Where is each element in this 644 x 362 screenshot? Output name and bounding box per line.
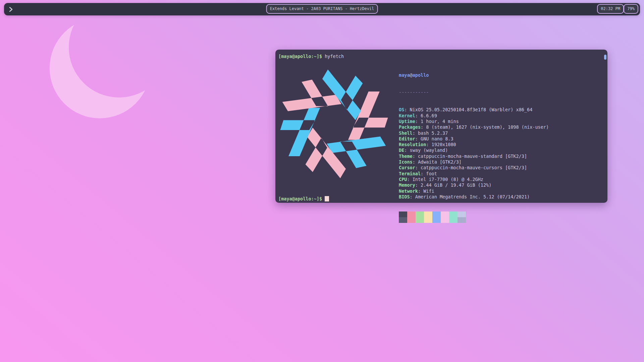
palette-swatch: [399, 212, 407, 217]
fetch-info-label: DE: [399, 147, 404, 153]
fetch-info-value: : sway (wayland): [404, 147, 448, 153]
fetch-info-value: : 1 hour, 4 mins: [415, 119, 459, 124]
terminal-cursor: [325, 196, 329, 201]
palette-row: [399, 217, 549, 223]
fetch-info-label: Uptime: [399, 119, 415, 124]
fetch-info-label: Packages: [399, 124, 421, 130]
palette-swatch: [458, 217, 466, 223]
fetch-info-line: BIOS: American Megatrends Inc. 5.12 (07/…: [399, 194, 549, 200]
fetch-info-line: Terminal: foot: [399, 171, 549, 177]
palette-swatch: [432, 212, 441, 217]
fetch-info-value: : GNU nano 8.3: [415, 136, 453, 141]
typed-command: hyfetch: [325, 54, 344, 59]
fetch-hostname: apollo: [413, 72, 429, 78]
fetch-username: maya: [399, 72, 410, 78]
fetch-info-line: DE: sway (wayland): [399, 147, 549, 153]
media-title-pill[interactable]: Extends Levant - 2A03 PURITANS - HertzDe…: [266, 4, 378, 14]
clock-pill[interactable]: 02:32 PM: [597, 4, 624, 14]
fetch-title: maya@apollo: [399, 72, 549, 78]
fetch-info-value: : 6.6.69: [415, 113, 437, 118]
fetch-info-label: Icons: [399, 159, 413, 165]
fetch-info-label: Theme: [399, 154, 413, 159]
fetch-info-value: : 8 (steam), 1627 (nix-system), 1098 (ni…: [421, 124, 549, 130]
palette-swatch: [424, 212, 432, 217]
fetch-at-sign: @: [410, 72, 413, 78]
fetch-info-value: : American Megatrends Inc. 5.12 (07/14/2…: [410, 194, 530, 199]
palette-swatch: [441, 217, 449, 223]
shell-command-line: [maya@apollo:~]$ hyfetch: [278, 54, 344, 59]
fetch-info-label: Editor: [399, 136, 415, 141]
fetch-info-line: Memory: 2.44 GiB / 19.47 GiB (12%): [399, 182, 549, 188]
battery-pill[interactable]: 79%: [624, 4, 638, 14]
fetch-info-line: CPU: Intel i7-7700 (8) @ 4.2GHz: [399, 177, 549, 182]
palette-swatch: [424, 217, 432, 223]
fetch-info-line: Shell: bash 5.2.37: [399, 130, 549, 136]
fetch-info-label: Terminal: [399, 171, 421, 176]
clock-text: 02:32 PM: [601, 6, 620, 11]
nixos-logo: [277, 68, 391, 179]
fetch-info-label: Network: [399, 188, 418, 194]
fetch-info-label: BIOS: [399, 194, 410, 199]
fetch-info-value: : Adwaita [GTK2/3]: [413, 159, 462, 165]
scrollbar-thumb[interactable]: [604, 55, 606, 60]
fetch-info-line: Editor: GNU nano 8.3: [399, 136, 549, 142]
palette-swatch: [432, 217, 441, 223]
terminal-color-palette: [399, 212, 549, 223]
fetch-info-line: Uptime: 1 hour, 4 mins: [399, 119, 549, 124]
terminal-window[interactable]: [maya@apollo:~]$ hyfetch maya@apollo ---…: [275, 50, 607, 203]
fetch-info-label: Cursor: [399, 165, 415, 170]
fetch-info-label: CPU: [399, 177, 407, 182]
fetch-info-line: OS: NixOS 25.05.20250104.8f3e1f8 (Warble…: [399, 107, 549, 113]
crescent-moon: [40, 9, 180, 143]
fetch-info-line: Theme: catppuccin-mocha-mauve-standard […: [399, 154, 549, 159]
battery-text: 79%: [627, 6, 635, 11]
top-bar: Extends Levant - 2A03 PURITANS - HertzDe…: [4, 3, 640, 15]
fetch-info-value: : foot: [421, 171, 437, 176]
fetch-output: maya@apollo ----------- OS: NixOS 25.05.…: [399, 61, 549, 234]
fetch-info-value: : catppuccin-mocha-mauve-standard [GTK2/…: [413, 154, 527, 159]
fetch-info-label: Resolution: [399, 142, 426, 147]
fetch-info-value: : bash 5.2.37: [413, 130, 448, 136]
fetch-info-value: : Intel i7-7700 (8) @ 4.2GHz: [407, 177, 483, 182]
fetch-info-label: OS: [399, 107, 404, 112]
palette-swatch: [449, 217, 458, 223]
fetch-info-value: : catppuccin-mocha-mauve-cursors [GTK2/3…: [415, 165, 527, 170]
media-title: Extends Levant - 2A03 PURITANS - HertzDe…: [270, 6, 374, 11]
shell-input-line[interactable]: [maya@apollo:~]$: [278, 196, 329, 202]
palette-row: [399, 212, 549, 217]
fetch-info-line: Packages: 8 (steam), 1627 (nix-system), …: [399, 124, 549, 130]
fetch-info-line: Network: Wifi: [399, 188, 549, 194]
fetch-info-line: Cursor: catppuccin-mocha-mauve-cursors […: [399, 165, 549, 171]
shell-prompt: [maya@apollo:~]$: [278, 196, 322, 201]
palette-swatch: [407, 217, 416, 223]
palette-swatch: [449, 212, 458, 217]
palette-swatch: [458, 212, 466, 217]
palette-swatch: [416, 217, 424, 223]
shell-prompt: [maya@apollo:~]$: [278, 54, 322, 59]
fetch-info-value: : NixOS 25.05.20250104.8f3e1f8 (Warbler)…: [404, 107, 532, 112]
fetch-info-label: Shell: [399, 130, 413, 136]
fetch-info-list: OS: NixOS 25.05.20250104.8f3e1f8 (Warble…: [399, 107, 549, 200]
palette-swatch: [416, 212, 424, 217]
fetch-info-label: Memory: [399, 182, 415, 188]
fetch-info-value: : Wifi: [418, 188, 434, 194]
fetch-info-label: Kernel: [399, 113, 415, 118]
fetch-info-line: Resolution: 644x362: [399, 142, 549, 147]
fetch-underline: -----------: [399, 89, 549, 95]
fetch-info-value: : 644x362: [426, 142, 456, 147]
palette-swatch: [441, 212, 449, 217]
palette-swatch: [407, 212, 416, 217]
palette-swatch: [399, 217, 407, 223]
fetch-info-line: Kernel: 6.6.69: [399, 113, 549, 119]
fetch-info-line: Icons: Adwaita [GTK2/3]: [399, 159, 549, 165]
fetch-info-value: : 2.44 GiB / 19.47 GiB (12%): [415, 182, 492, 188]
chevron-right-icon[interactable]: [9, 6, 13, 12]
